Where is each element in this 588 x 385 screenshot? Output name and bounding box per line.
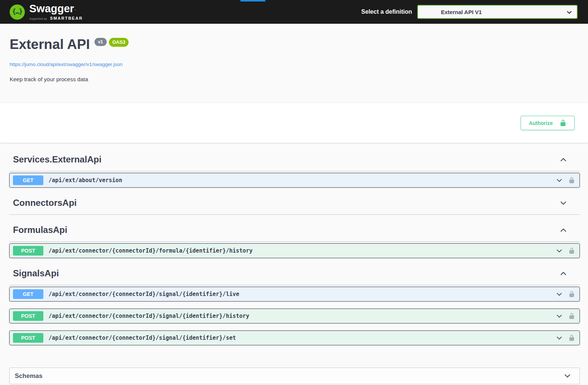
operation-path: /api/ext/connector/{connectorId}/formula… <box>49 247 253 254</box>
method-badge: GET <box>13 175 43 185</box>
unlocked-padlock-icon[interactable] <box>568 291 575 297</box>
authorize-button[interactable]: Authorize <box>521 116 575 130</box>
operation-row[interactable]: GET /api/ext/connector/{connectorId}/sig… <box>9 287 580 302</box>
chevron-down-icon[interactable] <box>556 313 563 320</box>
scheme-container: Authorize <box>0 103 588 143</box>
operation-row[interactable]: POST /api/ext/connector/{connectorId}/fo… <box>9 243 580 258</box>
chevron-down-icon[interactable] <box>556 291 563 298</box>
operation-row[interactable]: POST /api/ext/connector/{connectorId}/si… <box>9 309 580 323</box>
operation-path: /api/ext/connector/{connectorId}/signal/… <box>49 313 249 319</box>
section-expand-button[interactable] <box>559 199 567 207</box>
version-badge: v1 <box>94 38 107 46</box>
smartbear-brand: SMARTBEAR <box>50 16 83 20</box>
api-info: External API v1 OAS3 https://jumo.cloud/… <box>0 24 588 103</box>
api-section-header[interactable]: SignalsApi <box>9 263 580 285</box>
chevron-down-icon <box>564 372 571 380</box>
unlocked-padlock-icon[interactable] <box>568 247 575 254</box>
authorize-button-label: Authorize <box>529 120 553 126</box>
api-section-header[interactable]: FormulasApi <box>9 220 580 242</box>
spec-url-link[interactable]: https://jumo.cloud/api/ext/swagger/v1/sw… <box>10 62 123 67</box>
chevron-down-icon[interactable] <box>556 335 563 342</box>
section-expand-button[interactable] <box>559 226 567 234</box>
method-badge: POST <box>13 311 43 321</box>
chevron-up-icon <box>559 270 567 277</box>
schemas-title: Schemas <box>15 372 43 380</box>
method-badge: POST <box>13 246 43 256</box>
operation-row[interactable]: POST /api/ext/connector/{connectorId}/si… <box>9 330 580 345</box>
operations-list: Services.ExternalApi GET /api/ext/about/… <box>0 143 588 384</box>
brand-trademark: . <box>75 6 76 11</box>
top-blue-bar <box>240 0 265 1</box>
operation-row[interactable]: GET /api/ext/about/version <box>9 173 580 188</box>
schemas-expand-button[interactable] <box>564 372 571 380</box>
api-section: FormulasApi POST /api/ext/connector/{con… <box>9 220 580 258</box>
definition-select-value: External API V1 <box>418 9 482 15</box>
unlocked-padlock-icon[interactable] <box>568 313 575 319</box>
method-badge: POST <box>13 333 43 343</box>
operation-path: /api/ext/connector/{connectorId}/signal/… <box>49 291 239 297</box>
page-title: External API <box>10 36 90 53</box>
api-section-title: FormulasApi <box>13 224 67 236</box>
section-expand-button[interactable] <box>559 156 567 164</box>
api-description: Keep track of your process data <box>10 76 578 82</box>
section-expand-button[interactable] <box>559 270 567 277</box>
chevron-up-icon <box>559 156 567 164</box>
definition-select[interactable]: External API V1 <box>417 5 578 19</box>
select-definition-label: Select a definition <box>361 9 412 15</box>
chevron-up-icon <box>559 226 567 234</box>
api-section-title: Services.ExternalApi <box>13 154 102 165</box>
schemas-section[interactable]: Schemas <box>9 368 580 384</box>
supported-by-label: Supported by <box>29 17 47 20</box>
brand-name: Swagger <box>29 3 74 14</box>
unlocked-padlock-icon[interactable] <box>568 335 575 341</box>
operation-path: /api/ext/about/version <box>49 177 122 184</box>
chevron-down-icon[interactable] <box>556 247 563 254</box>
operation-path: /api/ext/connector/{connectorId}/signal/… <box>49 335 236 341</box>
api-section-header[interactable]: ConnectorsApi <box>9 193 580 215</box>
api-section-header[interactable]: Services.ExternalApi <box>9 149 580 171</box>
api-section: ConnectorsApi <box>9 193 580 215</box>
method-badge: GET <box>13 289 43 299</box>
api-section-title: ConnectorsApi <box>13 197 77 208</box>
chevron-down-icon[interactable] <box>556 177 563 184</box>
swagger-logo-icon: {…} <box>10 4 25 20</box>
unlocked-padlock-icon <box>559 119 567 126</box>
oas3-badge: OAS3 <box>109 38 129 47</box>
chevron-down-icon <box>559 199 567 207</box>
unlocked-padlock-icon[interactable] <box>568 177 575 184</box>
swagger-logo[interactable]: {…} Swagger. Supported by SMARTBEAR <box>10 3 83 21</box>
api-section: Services.ExternalApi GET /api/ext/about/… <box>9 149 580 188</box>
api-section-title: SignalsApi <box>13 268 59 279</box>
topbar: {…} Swagger. Supported by SMARTBEAR Sele… <box>0 0 588 24</box>
chevron-down-icon <box>566 9 572 16</box>
api-section: SignalsApi GET /api/ext/connector/{conne… <box>9 263 580 345</box>
